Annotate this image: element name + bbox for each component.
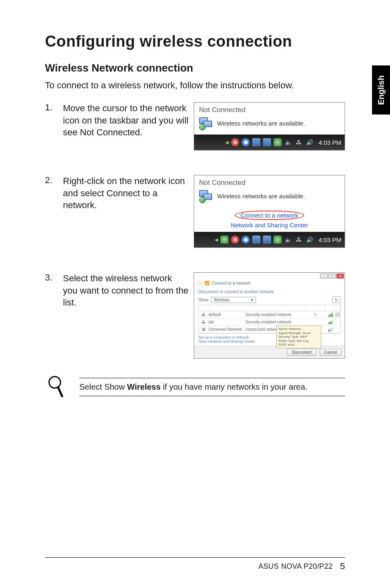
language-tab-label: English [377,75,386,105]
network-name: lab [208,320,245,324]
tray-network-icon[interactable]: 🖧 [295,138,303,146]
tray-alert-icon[interactable]: ✕ [231,236,239,244]
context-menu: Connect to a network Network and Sharing… [194,207,345,232]
computer-icon: 🖥 [199,327,208,332]
figure-3: – ▢ ✕ ◯ 📶 Connect to a network Disconnec… [194,272,345,359]
network-list: 🖧 default Security-enabled network ↖ 🖧 l… [198,305,341,334]
network-list-item[interactable]: 🖧 default Security-enabled network ↖ [199,311,340,319]
tray-volume-icon[interactable]: 🔊 [305,236,314,244]
step-number: 2. [45,175,63,186]
tray-battery-icon[interactable] [263,138,271,146]
dialog-footer: Disconnect Cancel [194,346,345,358]
figure-1: Not Connected Wireless networks are avai… [194,102,345,150]
tip-note: Select Show Wireless if you have many ne… [45,375,345,399]
dialog-title: Connect to a network [212,281,251,285]
step-number: 3. [45,272,63,283]
tray-misc-icon[interactable] [273,236,282,244]
step-3: 3. Select the wireless network you want … [45,272,345,359]
tip-post: if you have many networks in your area. [161,382,307,391]
menu-network-sharing-center[interactable]: Network and Sharing Center [194,221,345,229]
signal-icon: 📶 [204,281,209,285]
tooltip-not-connected: Not Connected Wireless networks are avai… [194,102,345,150]
signal-strength-icon [328,328,333,332]
signal-strength-icon [328,313,333,317]
intro-text: To connect to a wireless network, follow… [45,80,345,91]
step-1: 1. Move the cursor to the network icon o… [45,102,345,150]
footer-product: ASUS NOVA P20/P22 [258,562,333,571]
network-name: default [208,312,245,317]
window-minimize-icon[interactable]: – [320,274,327,278]
figure-2: Not Connected Wireless networks are avai… [194,175,345,248]
tray-app-icon[interactable] [252,138,260,146]
window-close-icon[interactable]: ✕ [336,274,344,278]
scrollbar-thumb[interactable] [335,312,340,317]
network-list-item[interactable]: 🖧 lab Security-enabled network [199,319,340,326]
tray-expand-icon[interactable]: ◀ [215,237,218,242]
cursor-icon: ↖ [306,312,325,317]
network-icon: 🖧 [199,320,208,324]
tip-bold: Wireless [127,382,161,391]
highlight-oval-icon: Connect to a network [235,211,304,220]
page: English Configuring wireless connection … [0,0,390,588]
section-heading: Wireless Network connection [45,62,345,74]
tip-text: Select Show Wireless if you have many ne… [79,378,345,396]
svg-line-1 [58,387,62,396]
step-text: Move the cursor to the network icon on t… [63,102,194,139]
network-tooltip: Name: Network Signal Strength: Good Secu… [276,325,321,348]
page-footer: ASUS NOVA P20/P22 5 [45,557,345,572]
network-desc: Security-enabled network [245,312,306,317]
taskbar: ◀ ✕ ✱ 🔈 🖧 🔊 4:03 PM [194,135,345,150]
show-label: Show [198,298,208,302]
tooltip-title: Not Connected [194,175,345,189]
tooltip-subtitle: Wireless networks are available. [217,120,305,127]
tray-shield-icon[interactable] [220,236,229,244]
show-filter-select[interactable]: Wireless ▾ [211,297,256,303]
dialog-prompt: Disconnect or connect to another network [198,290,341,294]
step-text: Right-click on the network icon and sele… [63,175,194,211]
tray-volume-icon[interactable]: 🔊 [305,138,314,146]
step-2: 2. Right-click on the network icon and s… [45,175,345,248]
tray-bluetooth-icon[interactable]: ✱ [242,138,250,146]
tray-misc-icon[interactable] [273,138,282,146]
window-maximize-icon[interactable]: ▢ [328,274,336,278]
show-filter-value: Wireless [214,298,229,302]
refresh-button[interactable]: ↻ [332,296,341,303]
connect-network-dialog: – ▢ ✕ ◯ 📶 Connect to a network Disconnec… [194,272,345,359]
tray-app-icon[interactable] [252,236,260,244]
network-desc: Security-enabled network [245,320,306,324]
dialog-header: ◯ 📶 Connect to a network [194,279,345,287]
magnifier-icon [45,375,68,399]
tray-volume-low-icon[interactable]: 🔈 [284,236,292,244]
language-tab: English [372,65,390,114]
svg-point-0 [49,377,61,388]
signal-strength-icon [328,320,333,324]
chevron-down-icon: ▾ [251,298,253,302]
tip-pre: Select Show [79,382,127,391]
tooltip-subtitle: Wireless networks are available. [217,193,305,200]
tray-clock[interactable]: 4:03 PM [318,236,341,243]
network-icon: 🖧 [199,312,208,317]
back-arrow-icon[interactable]: ◯ [197,281,202,285]
tray-battery-icon[interactable] [263,236,271,244]
network-globe-icon [199,190,213,202]
menu-connect-network[interactable]: Connect to a network [194,210,345,221]
tray-expand-icon[interactable]: ◀ [225,140,229,145]
disconnect-button[interactable]: Disconnect [287,349,316,356]
taskbar: ◀ ✕ ✱ 🔈 🖧 🔊 4:03 PM [194,232,345,247]
cancel-button[interactable]: Cancel [320,349,341,356]
step-text: Select the wireless network you want to … [63,272,194,309]
tray-bluetooth-icon[interactable]: ✱ [242,236,250,244]
step-number: 1. [45,102,63,113]
tooltip-title: Not Connected [194,103,345,116]
page-heading: Configuring wireless connection [45,33,345,50]
tray-clock[interactable]: 4:03 PM [318,139,341,146]
tray-volume-low-icon[interactable]: 🔈 [284,138,292,146]
tray-alert-icon[interactable]: ✕ [231,138,239,146]
window-titlebar: – ▢ ✕ [194,273,345,279]
network-globe-icon [199,117,213,129]
footer-page-number: 5 [340,561,345,572]
context-menu-figure: Not Connected Wireless networks are avai… [194,175,345,248]
tray-network-icon[interactable]: 🖧 [295,236,303,244]
network-name: Unnamed Network [208,327,245,332]
